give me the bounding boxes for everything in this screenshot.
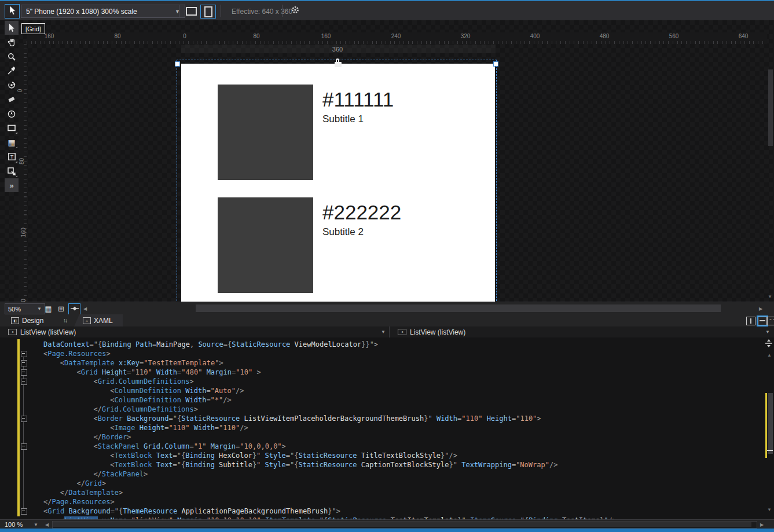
landscape-orientation-button[interactable]: [184, 5, 199, 17]
chevron-down-icon[interactable]: ▼: [34, 522, 38, 527]
cursor-icon: [8, 6, 16, 17]
ruler-ticks: [27, 41, 767, 44]
text-tool[interactable]: T: [5, 150, 19, 164]
more-tools[interactable]: »: [5, 178, 19, 192]
grid-tool[interactable]: ▦: [5, 135, 19, 149]
portrait-icon: [204, 6, 212, 17]
code-line-12[interactable]: <StackPanel Grid.Column="1" Margin="10,0…: [28, 442, 764, 451]
code-line-7[interactable]: <ColumnDefinition Width="*"/>: [28, 395, 764, 405]
xaml-element-icon: ‹›: [398, 329, 406, 335]
phone-canvas[interactable]: #111111Subtitle 1#222222Subtitle 2: [181, 64, 495, 302]
selection-handle-top-left[interactable]: [175, 61, 180, 67]
listview-item-2-subtitle[interactable]: Subtitle 2: [322, 226, 364, 238]
designer-settings-button[interactable]: [289, 5, 302, 17]
fold-collapse-button[interactable]: [21, 360, 27, 366]
code-line-3[interactable]: <DataTemplate x:Key="TestItemTemplate">: [28, 358, 764, 368]
code-line-14[interactable]: <TextBlock Text="{Binding Subtitle}" Sty…: [28, 460, 764, 469]
tab-design[interactable]: ◧ Design: [6, 314, 49, 326]
code-line-9[interactable]: <Border Background="{StaticResource List…: [28, 414, 764, 423]
landscape-icon: [186, 7, 197, 16]
pen-tool[interactable]: [5, 107, 19, 121]
h-ruler-label: 320: [461, 33, 471, 39]
listview-item-1-image-placeholder[interactable]: [218, 85, 313, 180]
snap-to-grid-button[interactable]: ⊞: [56, 303, 67, 314]
code-line-15[interactable]: </StackPanel>: [28, 469, 764, 479]
vertical-split-button[interactable]: [746, 317, 755, 325]
listview-item-1-subtitle[interactable]: Subtitle 1: [322, 113, 364, 125]
code-line-6[interactable]: <ColumnDefinition Width="Auto"/>: [28, 386, 764, 395]
code-line-18[interactable]: </Page.Resources>: [28, 497, 764, 507]
swap-panes-button[interactable]: ↑↓: [58, 314, 72, 326]
zoom-tool-icon: [8, 53, 16, 61]
xaml-code-editor[interactable]: DataContext="{Binding Path=MainPage, Sou…: [0, 337, 774, 519]
fold-collapse-button[interactable]: [21, 351, 27, 357]
horizontal-split-icon: [760, 320, 765, 321]
listview-item-2-image-placeholder[interactable]: [218, 197, 313, 293]
editor-zoom-value[interactable]: 100 %: [5, 521, 23, 528]
scrollbar-thumb[interactable]: [768, 69, 773, 146]
scroll-down-arrow[interactable]: ▼: [767, 507, 772, 512]
show-grid-button[interactable]: ▦: [43, 303, 54, 314]
design-xaml-tabstrip: ◧ Design ↑↓ ‹› XAML ⌄⌄: [0, 314, 774, 326]
listview-item-1-title[interactable]: #111111: [322, 88, 394, 111]
scroll-up-arrow[interactable]: ▲: [767, 353, 772, 358]
scroll-right-arrow[interactable]: ▶: [760, 522, 764, 527]
code-line-5[interactable]: <Grid.ColumnDefinitions>: [28, 377, 764, 386]
code-line-8[interactable]: </Grid.ColumnDefinitions>: [28, 405, 764, 414]
rectangle-tool[interactable]: [5, 121, 19, 135]
designer-vertical-scrollbar[interactable]: ▼: [767, 20, 774, 302]
scroll-left-arrow[interactable]: ◀: [45, 522, 49, 527]
zoom-tool[interactable]: [5, 50, 19, 64]
scroll-left-arrow[interactable]: ◀: [82, 305, 89, 312]
code-line-4[interactable]: <Grid Height="110" Width="480" Margin="1…: [28, 368, 764, 377]
h-ruler-label: 80: [114, 33, 120, 39]
chevron-down-icon[interactable]: ▼: [765, 329, 770, 335]
eyedropper-tool[interactable]: [5, 64, 19, 78]
code-line-10[interactable]: <Image Height="110" Width="110"/>: [28, 423, 764, 432]
code-line-17[interactable]: </DataTemplate>: [28, 488, 764, 497]
asset-select-tool[interactable]: [5, 164, 19, 178]
tab-xaml[interactable]: ‹› XAML: [74, 314, 123, 326]
vertical-split-icon: [750, 318, 751, 324]
xaml-element-icon: ‹›: [8, 329, 17, 335]
device-selector-dropdown[interactable]: 5" Phone (1920 x 1080) 300% scale ▼: [21, 5, 185, 18]
selection-cursor-button[interactable]: [5, 4, 20, 19]
designer-horizontal-scrollbar[interactable]: [89, 304, 756, 312]
code-line-2[interactable]: <Page.Resources>: [28, 349, 764, 358]
selection-handle-top-right[interactable]: [493, 61, 498, 67]
scroll-down-arrow[interactable]: ▼: [768, 294, 772, 299]
scrollbar-thumb[interactable]: [196, 304, 721, 312]
editor-split-handle[interactable]: [764, 339, 773, 348]
snap-to-snaplines-button[interactable]: [68, 303, 80, 315]
code-line-16[interactable]: </Grid>: [28, 479, 764, 488]
code-line-13[interactable]: <TextBlock Text="{Binding HexColor}" Sty…: [28, 451, 764, 460]
portrait-orientation-button[interactable]: [200, 5, 216, 19]
fold-collapse-button[interactable]: [21, 369, 27, 376]
fold-collapse-button[interactable]: [21, 443, 27, 450]
collapse-pane-button[interactable]: ⌄⌄: [767, 317, 774, 325]
code-line-11[interactable]: </Border>: [28, 432, 764, 442]
editor-vertical-scrollbar[interactable]: ▲ ▼: [765, 348, 774, 516]
pan-tool-icon: [8, 38, 16, 46]
horizontal-split-button[interactable]: [758, 317, 767, 325]
eraser-tool[interactable]: [5, 93, 19, 107]
h-ruler-label: 560: [669, 33, 679, 39]
breadcrumb-right[interactable]: ‹› ListView (listView): [398, 326, 465, 337]
designer-zoom-dropdown[interactable]: 50% ▼: [5, 303, 45, 314]
breadcrumb-left[interactable]: ‹› ListView (listView): [8, 326, 76, 337]
fold-collapse-button[interactable]: [21, 416, 27, 422]
scrollbar-thumb[interactable]: [768, 393, 773, 454]
design-surface[interactable]: ▦T» 16080080160240320400480560640 080160…: [0, 20, 774, 302]
scrollbar-thumb[interactable]: [53, 522, 751, 527]
breadcrumb-left-label: ListView (listView): [20, 328, 76, 336]
fold-collapse-button[interactable]: [21, 379, 27, 385]
selection-tool[interactable]: [5, 21, 19, 35]
code-line-19[interactable]: <Grid Background="{ThemeResource Applica…: [28, 507, 764, 516]
fold-collapse-button[interactable]: [21, 508, 27, 515]
chevron-down-icon[interactable]: ▼: [381, 329, 386, 335]
editor-horizontal-scrollbar[interactable]: [52, 521, 757, 529]
listview-item-2-title[interactable]: #222222: [322, 201, 401, 224]
pan-tool[interactable]: [5, 35, 19, 49]
scroll-right-arrow[interactable]: ▶: [757, 305, 764, 312]
code-line-1[interactable]: DataContext="{Binding Path=MainPage, Sou…: [28, 340, 764, 349]
